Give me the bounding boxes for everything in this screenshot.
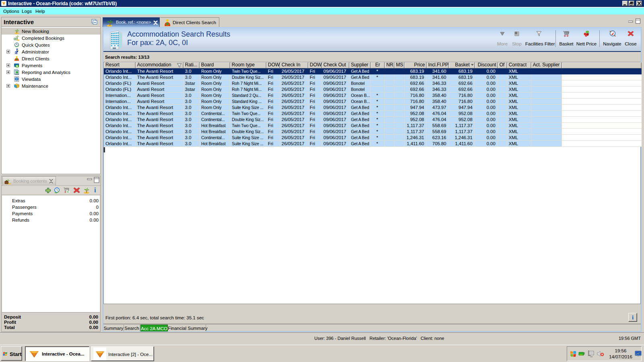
svg-text:$: $ (16, 64, 18, 68)
